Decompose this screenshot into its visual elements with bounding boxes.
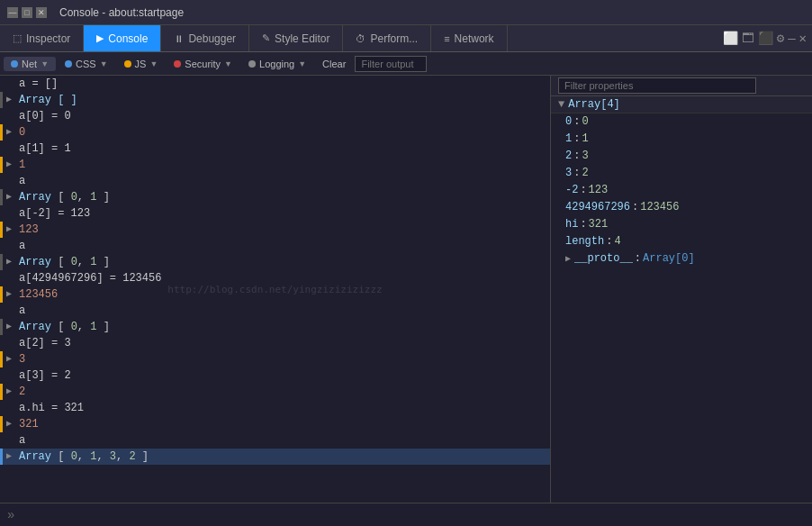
- console-line[interactable]: ▶ Array [ ]: [0, 92, 550, 108]
- filter-js[interactable]: JS ▼: [117, 57, 166, 71]
- console-line[interactable]: ▶ 1: [0, 157, 550, 173]
- expand-arrow[interactable]: ▶: [6, 384, 19, 396]
- console-line[interactable]: a[4294967296] = 123456: [0, 270, 550, 286]
- console-line[interactable]: ▶ 123: [0, 222, 550, 238]
- expand-arrow[interactable]: ▶: [6, 222, 19, 234]
- toolbar-minimize[interactable]: —: [788, 32, 795, 46]
- prop-row-hi[interactable]: hi : 321: [551, 216, 812, 233]
- prop-key: 1: [565, 132, 572, 147]
- console-line[interactable]: ▶ 321: [0, 416, 550, 432]
- js-dot: [124, 60, 131, 68]
- prop-row-4294967296[interactable]: 4294967296 : 123456: [551, 199, 812, 216]
- tab-network[interactable]: ≡ Network: [431, 25, 507, 51]
- toolbar-screenshot[interactable]: ⬜: [723, 31, 738, 46]
- expand-arrow[interactable]: ▶: [6, 92, 19, 104]
- toolbar-box[interactable]: 🗔: [742, 32, 754, 46]
- expand-arrow[interactable]: ▶: [6, 286, 19, 299]
- console-line[interactable]: a[3] = 2: [0, 367, 550, 384]
- line-content: a = []: [19, 76, 546, 92]
- expand-arrow[interactable]: ▶: [6, 319, 19, 331]
- line-content: Array [ 0, 1 ]: [19, 189, 546, 205]
- filter-logging[interactable]: Logging ▼: [241, 57, 313, 71]
- prop-val: 123456: [640, 200, 679, 215]
- console-line[interactable]: a[2] = 3: [0, 335, 550, 351]
- tab-debugger[interactable]: ⏸ Debugger: [161, 25, 249, 51]
- prop-colon: :: [580, 183, 586, 198]
- prop-colon: :: [632, 200, 638, 215]
- expand-arrow[interactable]: ▶: [6, 416, 19, 429]
- line-arrow: [6, 108, 19, 110]
- console-panel[interactable]: http://blog.csdn.net/yingzizizizizzz a =…: [0, 76, 551, 503]
- line-content: a[3] = 2: [19, 367, 546, 384]
- prop-colon: :: [573, 166, 580, 181]
- toolbar-gear[interactable]: ⚙: [777, 31, 784, 46]
- line-content: a: [19, 303, 546, 319]
- console-icon: ▶: [96, 32, 104, 44]
- line-content: 123: [19, 222, 546, 238]
- toolbar-close-devtools[interactable]: ✕: [799, 31, 807, 46]
- console-line[interactable]: ▶ 123456: [0, 286, 550, 303]
- console-line[interactable]: a[-2] = 123: [0, 205, 550, 222]
- prop-row-0[interactable]: 0 : 0: [551, 113, 812, 131]
- console-line[interactable]: ▶ 2: [0, 384, 550, 400]
- expand-arrow[interactable]: ▶: [6, 157, 19, 169]
- filter-net[interactable]: Net ▼: [4, 57, 56, 71]
- filter-output-input[interactable]: [355, 56, 427, 72]
- console-line[interactable]: ▶ Array [ 0, 1 ]: [0, 254, 550, 270]
- console-line-highlighted[interactable]: ▶ Array [ 0, 1, 3, 2 ]: [0, 449, 550, 465]
- filter-properties-input[interactable]: [558, 77, 756, 94]
- line-content: 123456: [19, 286, 546, 303]
- expand-arrow[interactable]: ▶: [6, 124, 19, 137]
- right-panel-header: [551, 76, 812, 96]
- prop-row-2[interactable]: 2 : 3: [551, 148, 812, 165]
- line-arrow: [6, 335, 19, 337]
- prop-colon: :: [580, 217, 586, 232]
- logging-dot: [248, 60, 256, 68]
- line-arrow: [6, 205, 19, 207]
- prop-val: 2: [582, 166, 588, 181]
- prop-key: __proto__: [574, 251, 633, 267]
- prop-row-proto[interactable]: ▶ __proto__ : Array[0]: [551, 250, 812, 268]
- console-line[interactable]: ▶ 0: [0, 124, 550, 141]
- toolbar-split[interactable]: ⬛: [758, 31, 773, 46]
- line-arrow: [6, 432, 19, 434]
- prop-row-1[interactable]: 1 : 1: [551, 131, 812, 148]
- line-content: 3: [19, 351, 546, 367]
- console-line[interactable]: a[1] = 1: [0, 141, 550, 157]
- console-line[interactable]: a = []: [0, 76, 550, 92]
- filter-security[interactable]: Security ▼: [167, 57, 239, 71]
- console-line[interactable]: ▶ Array [ 0, 1 ]: [0, 189, 550, 205]
- expand-arrow[interactable]: ▶: [6, 351, 19, 364]
- console-line[interactable]: a.hi = 321: [0, 400, 550, 416]
- console-line[interactable]: a: [0, 432, 550, 449]
- console-line[interactable]: a: [0, 238, 550, 254]
- line-arrow: [6, 367, 19, 369]
- minimize-button[interactable]: —: [7, 7, 18, 18]
- line-content: 1: [19, 157, 546, 173]
- expand-arrow[interactable]: ▶: [6, 449, 19, 461]
- console-line[interactable]: a[0] = 0: [0, 108, 550, 124]
- tab-inspector[interactable]: ⬚ Inspector: [0, 25, 84, 51]
- console-line[interactable]: a: [0, 173, 550, 189]
- filter-css[interactable]: CSS ▼: [58, 57, 115, 71]
- console-line[interactable]: ▶ 3: [0, 351, 550, 367]
- tab-perform[interactable]: ⏱ Perform...: [343, 25, 431, 51]
- maximize-button[interactable]: □: [22, 7, 32, 18]
- prop-row-length[interactable]: length : 4: [551, 233, 812, 250]
- proto-expand-arrow[interactable]: ▶: [565, 251, 571, 267]
- expand-arrow[interactable]: ▶: [6, 254, 19, 267]
- tab-style-editor[interactable]: ✎ Style Editor: [249, 25, 343, 51]
- expand-arrow[interactable]: ▶: [6, 189, 19, 202]
- prop-row-3[interactable]: 3 : 2: [551, 165, 812, 182]
- prop-row-minus2[interactable]: -2 : 123: [551, 182, 812, 199]
- close-button[interactable]: ✕: [36, 7, 47, 18]
- clear-button[interactable]: Clear: [315, 57, 353, 71]
- window-controls[interactable]: — □ ✕: [7, 7, 47, 18]
- console-line[interactable]: ▶ Array [ 0, 1 ]: [0, 319, 550, 335]
- array-header[interactable]: ▼ Array[4]: [551, 96, 812, 113]
- security-dot: [174, 60, 181, 68]
- tab-console[interactable]: ▶ Console: [84, 25, 161, 51]
- prompt-icon[interactable]: »: [7, 508, 14, 522]
- console-line[interactable]: a: [0, 303, 550, 319]
- prop-val: 123: [589, 183, 609, 198]
